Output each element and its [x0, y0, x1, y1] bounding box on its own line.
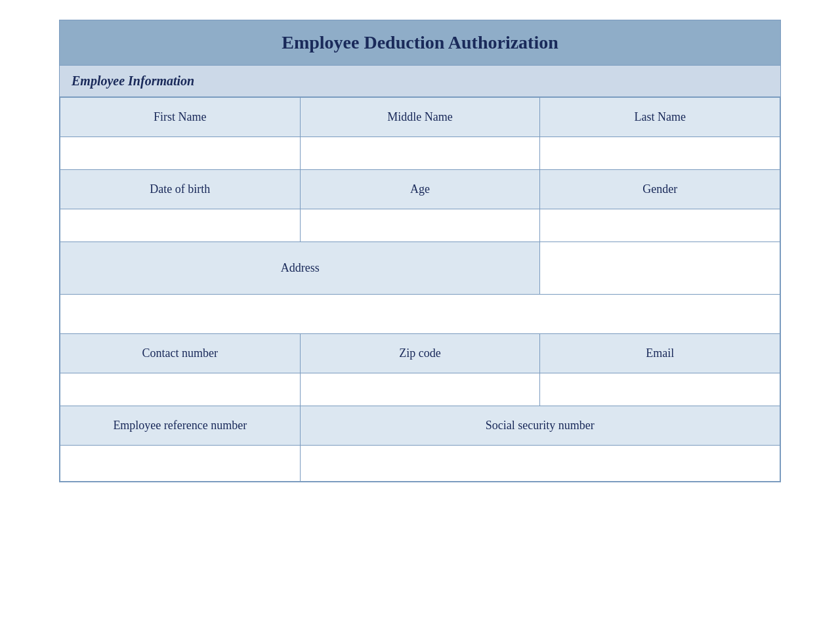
- social-security-number-input-cell[interactable]: [300, 446, 780, 482]
- contact-number-input[interactable]: [60, 373, 300, 406]
- email-input[interactable]: [540, 373, 780, 406]
- address-input-row: [60, 295, 780, 334]
- dob-input-row: [60, 209, 780, 242]
- first-name-label: First Name: [60, 98, 301, 137]
- name-input-row: [60, 137, 780, 170]
- contact-input-row: [60, 373, 780, 406]
- employee-reference-number-input-cell[interactable]: [60, 446, 301, 482]
- ssn-input-row: [60, 446, 780, 482]
- last-name-input[interactable]: [540, 137, 780, 169]
- middle-name-label: Middle Name: [300, 98, 540, 137]
- social-security-number-input[interactable]: [301, 446, 780, 481]
- name-label-row: First Name Middle Name Last Name: [60, 98, 780, 137]
- employee-reference-number-input[interactable]: [60, 446, 300, 481]
- age-label: Age: [300, 170, 540, 209]
- form-title: Employee Deduction Authorization: [60, 20, 780, 66]
- social-security-number-label: Social security number: [300, 406, 780, 446]
- contact-number-label: Contact number: [60, 334, 301, 373]
- address-input-right-cell[interactable]: [540, 242, 780, 295]
- dob-label-row: Date of birth Age Gender: [60, 170, 780, 209]
- address-input-full[interactable]: [60, 295, 780, 333]
- employee-reference-number-label: Employee reference number: [60, 406, 301, 446]
- age-input[interactable]: [301, 209, 540, 242]
- address-label-row: Address: [60, 242, 780, 295]
- address-label: Address: [60, 242, 540, 295]
- first-name-input[interactable]: [60, 137, 300, 169]
- first-name-input-cell[interactable]: [60, 137, 301, 170]
- form-container: Employee Deduction Authorization Employe…: [59, 20, 781, 482]
- zip-code-input[interactable]: [301, 373, 540, 406]
- email-label: Email: [540, 334, 780, 373]
- middle-name-input[interactable]: [301, 137, 540, 169]
- age-input-cell[interactable]: [300, 209, 540, 242]
- date-of-birth-input[interactable]: [60, 209, 300, 242]
- form-table: First Name Middle Name Last Name Date of…: [60, 97, 780, 482]
- contact-number-input-cell[interactable]: [60, 373, 301, 406]
- section-header-label: Employee Information: [72, 74, 194, 88]
- last-name-input-cell[interactable]: [540, 137, 780, 170]
- last-name-label: Last Name: [540, 98, 780, 137]
- date-of-birth-label: Date of birth: [60, 170, 301, 209]
- address-input-right[interactable]: [540, 242, 780, 294]
- email-input-cell[interactable]: [540, 373, 780, 406]
- contact-label-row: Contact number Zip code Email: [60, 334, 780, 373]
- zip-code-label: Zip code: [300, 334, 540, 373]
- gender-input-cell[interactable]: [540, 209, 780, 242]
- ssn-label-row: Employee reference number Social securit…: [60, 406, 780, 446]
- zip-code-input-cell[interactable]: [300, 373, 540, 406]
- gender-input[interactable]: [540, 209, 780, 242]
- date-of-birth-input-cell[interactable]: [60, 209, 301, 242]
- section-header: Employee Information: [60, 66, 780, 97]
- gender-label: Gender: [540, 170, 780, 209]
- address-input-full-cell[interactable]: [60, 295, 780, 334]
- middle-name-input-cell[interactable]: [300, 137, 540, 170]
